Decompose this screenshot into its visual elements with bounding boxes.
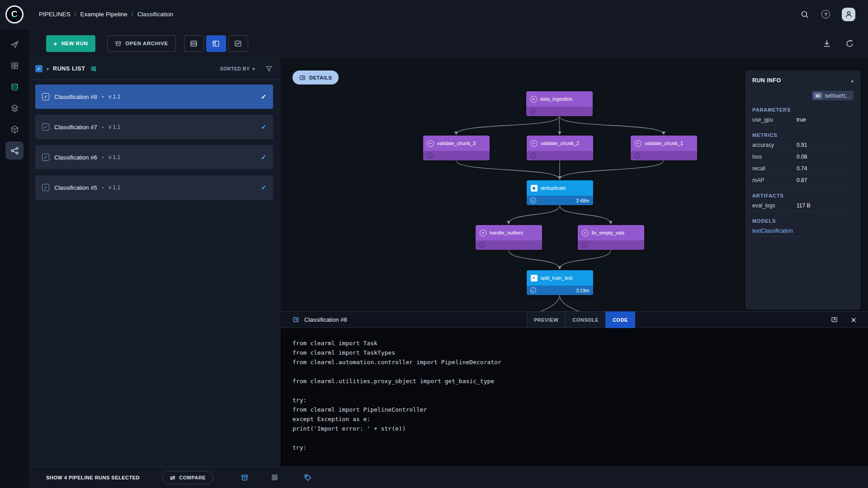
info-key: use_gpu: [752, 117, 797, 123]
sorted-by-dropdown[interactable]: SORTED BY ▾: [220, 66, 255, 71]
chevrons-icon: »: [582, 230, 589, 236]
info-value: 0.87: [797, 177, 807, 183]
toolbar-right-actions: [822, 38, 868, 48]
pipeline-node-fix_empty_vals[interactable]: »fix_empty_vals–: [578, 225, 644, 250]
breadcrumb-separator: /: [75, 11, 76, 18]
info-value: 0.06: [797, 154, 807, 160]
tags-icon[interactable]: [303, 474, 313, 482]
id-badge: ID: [813, 92, 822, 99]
download-icon[interactable]: [822, 38, 832, 48]
tab-console[interactable]: CONSOLE: [565, 311, 606, 328]
sidebar-item-datasets[interactable]: [5, 56, 24, 75]
run-status-check-icon: ✓: [261, 123, 266, 131]
breadcrumb-separator: /: [132, 11, 133, 18]
run-status-check-icon: ✓: [261, 93, 266, 100]
avatar[interactable]: [842, 8, 855, 21]
section-title: ARTIFACTS: [752, 193, 854, 198]
abort-icon[interactable]: [269, 474, 279, 480]
tune-icon[interactable]: [90, 65, 97, 72]
selection-footer: SHOW 4 PIPELINE RUNS SELECTED ⇄ COMPARE: [29, 466, 868, 488]
auto-refresh-icon[interactable]: [844, 38, 854, 48]
run-checkbox[interactable]: ✓: [42, 184, 49, 191]
pipeline-node-data_ingestion[interactable]: ≡data_ingestion–: [526, 91, 593, 116]
info-key[interactable]: textClassification: [752, 228, 793, 234]
close-icon[interactable]: ×: [851, 315, 856, 324]
split-icon: ×: [531, 275, 538, 282]
chart-view-button[interactable]: [228, 35, 248, 52]
section-title: METRICS: [752, 132, 854, 138]
sidebar-item-projects[interactable]: [5, 35, 24, 53]
run-name: Classification #7: [54, 124, 97, 131]
status-pending-icon: –: [427, 153, 433, 159]
tab-preview[interactable]: PREVIEW: [527, 311, 566, 328]
datasets-icon: [10, 61, 19, 70]
details-icon: [299, 75, 306, 81]
run-checkbox[interactable]: ✓: [42, 154, 49, 161]
sidebar-item-models[interactable]: [5, 120, 24, 138]
new-run-label: NEW RUN: [61, 41, 88, 46]
code-viewer[interactable]: from clearml import Taskfrom clearml imp…: [281, 328, 868, 454]
archive-action-icon[interactable]: [240, 474, 250, 482]
info-row: mAP0.87: [752, 174, 854, 186]
breadcrumb-pipelines[interactable]: PIPELINES: [39, 11, 71, 18]
pipeline-node-deduplicate[interactable]: ◆deduplicate✓2:48m: [527, 180, 593, 205]
compare-icon: ⇄: [170, 474, 175, 481]
help-icon[interactable]: ?: [821, 10, 830, 19]
status-pending-icon: –: [530, 108, 536, 114]
collapse-chevron-icon[interactable]: ▴: [851, 78, 854, 84]
dedup-icon: ◆: [531, 185, 538, 192]
clearml-logo[interactable]: C: [0, 0, 29, 29]
pipeline-node-handle_outliers[interactable]: »handle_outliers–: [476, 225, 542, 250]
node-header: ≡data_ingestion: [526, 91, 593, 107]
node-status-bar: ✓3:19m: [527, 286, 593, 295]
node-status-bar: –: [526, 107, 593, 116]
node-label: fix_empty_vals: [592, 230, 625, 235]
pipeline-node-validate_chunk_3[interactable]: »validate_chunk_3–: [423, 136, 490, 160]
info-row: use_gputrue: [752, 114, 854, 126]
sidebar-item-pipelines[interactable]: [5, 141, 24, 160]
pipeline-node-split_train_test[interactable]: ×split_train_test✓3:19m: [527, 270, 593, 295]
run-row[interactable]: ✓Classification #8•v 1.1✓: [35, 84, 273, 109]
chevron-down-icon[interactable]: ▾: [47, 66, 49, 71]
run-row[interactable]: ✓Classification #7•v 1.1✓: [35, 115, 273, 139]
sidebar-item-experiments[interactable]: [5, 99, 24, 117]
bottom-detail-panel: Classification #8 PREVIEWCONSOLECODE × f…: [281, 311, 868, 466]
selection-summary[interactable]: SHOW 4 PIPELINE RUNS SELECTED: [46, 475, 140, 480]
clearml-app: C PIPELINES / Example Pipeline / Classif…: [0, 0, 868, 488]
table-view-button[interactable]: [184, 35, 204, 52]
chevrons-icon: »: [480, 230, 486, 236]
search-icon[interactable]: [800, 9, 810, 19]
run-row[interactable]: ✓Classification #5•v 1.1✓: [35, 175, 273, 200]
header-actions: ?: [800, 8, 868, 21]
split-view-button[interactable]: [206, 35, 226, 52]
node-status-bar: –: [527, 151, 593, 160]
run-row[interactable]: ✓Classification #6•v 1.1✓: [35, 145, 273, 169]
code-line: from clearml import Task: [292, 340, 868, 349]
sidebar-item-hyperdatasets[interactable]: [5, 78, 24, 96]
pipeline-node-validate_chunk_2[interactable]: »validate_chunk_2–: [527, 136, 593, 160]
run-info-panel: RUN INFO ▴ ID bd00a0f1... PARAMETERSuse_…: [746, 71, 860, 309]
pipeline-node-validate_chunk_1[interactable]: »validate_chunk_1–: [631, 136, 697, 160]
breadcrumb-project[interactable]: Example Pipeline: [80, 11, 127, 18]
code-line: from clearml.utilities.proxy_object impo…: [292, 378, 868, 387]
filter-icon[interactable]: [265, 65, 273, 72]
open-archive-button[interactable]: OPEN ARCHIVE: [107, 35, 176, 52]
node-header: »validate_chunk_1: [631, 136, 697, 151]
info-row: eval_logs117 B: [752, 200, 854, 211]
compare-button[interactable]: ⇄ COMPARE: [162, 471, 213, 484]
run-checkbox[interactable]: ✓: [42, 93, 49, 100]
run-id-pill[interactable]: ID bd00a0f1...: [812, 91, 854, 100]
new-run-button[interactable]: + NEW RUN: [46, 35, 95, 52]
compare-label: COMPARE: [179, 475, 206, 480]
info-key: recall: [752, 165, 797, 172]
node-label: split_train_test: [541, 275, 573, 281]
status-pending-icon: –: [530, 153, 536, 159]
run-version: v 1.1: [108, 124, 120, 130]
run-checkbox[interactable]: ✓: [42, 123, 49, 131]
details-button[interactable]: DETAILS: [292, 70, 339, 84]
tab-code[interactable]: CODE: [605, 311, 635, 328]
runs-list: ✓Classification #8•v 1.1✓✓Classification…: [29, 80, 281, 200]
chevrons-icon: »: [531, 140, 538, 147]
select-all-checkbox[interactable]: ✓: [35, 65, 42, 72]
expand-panel-icon[interactable]: [829, 315, 839, 325]
